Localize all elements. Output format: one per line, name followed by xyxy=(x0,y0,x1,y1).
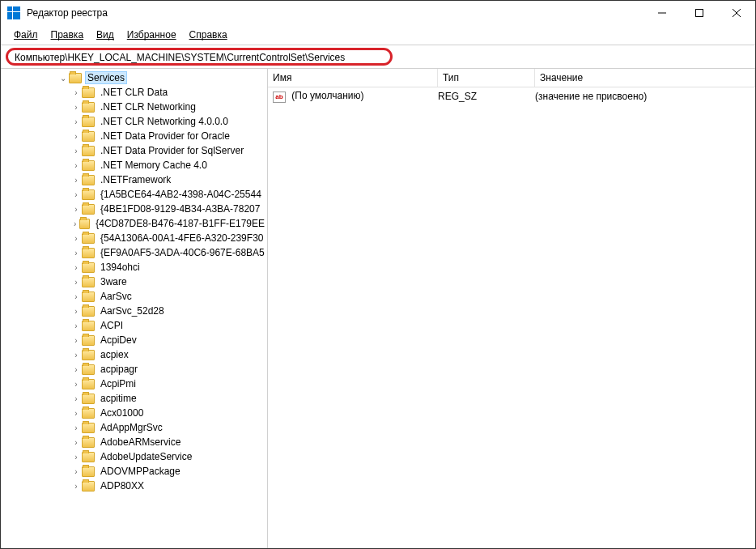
chevron-right-icon[interactable]: › xyxy=(70,234,82,243)
column-name[interactable]: Имя xyxy=(268,69,438,87)
column-type[interactable]: Тип xyxy=(438,69,535,87)
tree-label: AdobeARMservice xyxy=(98,436,183,448)
tree-label: AdAppMgrSvc xyxy=(98,422,165,433)
tree-pane[interactable]: ⌄ Services ›.NET CLR Data›.NET CLR Netwo… xyxy=(1,69,268,549)
folder-icon xyxy=(82,394,95,404)
menu-file[interactable]: Файл xyxy=(7,27,45,43)
tree-node[interactable]: ›acpipagr xyxy=(1,362,267,377)
tree-node[interactable]: ›{4CD87DE8-B476-4187-B1FF-E179EE xyxy=(1,216,267,231)
window-controls xyxy=(643,1,755,25)
tree-node[interactable]: ›{1A5BCE64-4AB2-4398-A04C-25544 xyxy=(1,187,267,202)
tree-node[interactable]: ›{4BE1FD08-9129-4B34-A3BA-78207 xyxy=(1,202,267,216)
tree-node[interactable]: ›acpitime xyxy=(1,391,267,406)
chevron-right-icon[interactable]: › xyxy=(70,190,82,199)
chevron-right-icon[interactable]: › xyxy=(70,292,82,301)
chevron-right-icon[interactable]: › xyxy=(70,205,82,214)
window-title: Редактор реестра xyxy=(27,7,643,19)
chevron-right-icon[interactable]: › xyxy=(70,219,79,228)
close-button[interactable] xyxy=(718,1,755,25)
folder-icon xyxy=(82,423,95,433)
tree-label: .NET CLR Data xyxy=(98,87,170,98)
folder-icon xyxy=(82,131,95,142)
menu-help[interactable]: Справка xyxy=(183,27,234,43)
menu-view[interactable]: Вид xyxy=(90,27,121,43)
folder-icon xyxy=(82,408,95,419)
chevron-right-icon[interactable]: › xyxy=(70,365,82,374)
tree-node[interactable]: ›acpiex xyxy=(1,347,267,362)
folder-icon xyxy=(82,87,95,98)
chevron-right-icon[interactable]: › xyxy=(70,409,82,418)
tree-node[interactable]: ›ADP80XX xyxy=(1,479,267,493)
tree-node[interactable]: ›.NETFramework xyxy=(1,172,267,187)
chevron-right-icon[interactable]: › xyxy=(70,336,82,345)
folder-icon xyxy=(82,306,95,317)
chevron-right-icon[interactable]: › xyxy=(70,88,82,97)
address-input[interactable]: Компьютер\HKEY_LOCAL_MACHINE\SYSTEM\Curr… xyxy=(6,48,393,66)
tree-node[interactable]: ›{54A1306A-00A1-4FE6-A320-239F30 xyxy=(1,231,267,245)
chevron-right-icon[interactable]: › xyxy=(70,380,82,389)
chevron-right-icon[interactable]: › xyxy=(70,438,82,447)
tree-label: .NET CLR Networking xyxy=(98,101,198,113)
tree-node[interactable]: ›{EF9A0AF5-3ADA-40C6-967E-68BA5 xyxy=(1,245,267,260)
tree-node[interactable]: ›ACPI xyxy=(1,318,267,333)
tree-label: {1A5BCE64-4AB2-4398-A04C-25544 xyxy=(98,189,264,200)
tree-label: {54A1306A-00A1-4FE6-A320-239F30 xyxy=(98,232,265,244)
menu-favorites[interactable]: Избранное xyxy=(121,27,183,43)
chevron-right-icon[interactable]: › xyxy=(70,103,82,112)
tree-node[interactable]: ›1394ohci xyxy=(1,260,267,274)
folder-icon xyxy=(82,204,95,215)
chevron-right-icon[interactable]: › xyxy=(70,263,82,272)
tree-node[interactable]: ›AdAppMgrSvc xyxy=(1,420,267,435)
tree-node[interactable]: ›.NET Data Provider for Oracle xyxy=(1,129,267,143)
tree-label: {4BE1FD08-9129-4B34-A3BA-78207 xyxy=(98,203,262,215)
minimize-button[interactable] xyxy=(643,1,681,25)
chevron-right-icon[interactable]: › xyxy=(70,161,82,170)
tree-node[interactable]: ›.NET Data Provider for SqlServer xyxy=(1,143,267,158)
tree-label: acpitime xyxy=(98,393,139,404)
tree-node-services[interactable]: ⌄ Services xyxy=(1,70,267,85)
menu-edit[interactable]: Правка xyxy=(45,27,91,43)
tree-node[interactable]: ›.NET CLR Data xyxy=(1,85,267,100)
tree-node[interactable]: ›AcpiPmi xyxy=(1,377,267,391)
chevron-right-icon[interactable]: › xyxy=(70,307,82,316)
chevron-right-icon[interactable]: › xyxy=(70,321,82,330)
chevron-right-icon[interactable]: › xyxy=(70,147,82,155)
chevron-down-icon[interactable]: ⌄ xyxy=(57,74,69,83)
tree-label: .NETFramework xyxy=(98,174,173,185)
tree-label: ADOVMPPackage xyxy=(98,466,183,477)
tree-node[interactable]: ›.NET CLR Networking xyxy=(1,100,267,114)
folder-icon xyxy=(82,233,95,244)
tree-node[interactable]: ›Acx01000 xyxy=(1,406,267,420)
tree-node[interactable]: ›AarSvc_52d28 xyxy=(1,304,267,318)
chevron-right-icon[interactable]: › xyxy=(70,467,82,476)
chevron-right-icon[interactable]: › xyxy=(70,482,82,491)
chevron-right-icon[interactable]: › xyxy=(70,278,82,287)
folder-icon xyxy=(82,277,95,287)
details-pane: Имя Тип Значение ab (По умолчанию) REG_S… xyxy=(268,69,755,549)
folder-icon xyxy=(82,379,95,389)
tree-label: .NET Memory Cache 4.0 xyxy=(98,160,210,171)
tree-node[interactable]: ›.NET CLR Networking 4.0.0.0 xyxy=(1,114,267,129)
value-name: (По умолчанию) xyxy=(291,90,363,101)
value-row[interactable]: ab (По умолчанию) REG_SZ (значение не пр… xyxy=(268,87,755,105)
chevron-right-icon[interactable]: › xyxy=(70,132,82,141)
chevron-right-icon[interactable]: › xyxy=(70,249,82,257)
folder-icon xyxy=(82,248,95,258)
chevron-right-icon[interactable]: › xyxy=(70,351,82,360)
tree-node[interactable]: ›ADOVMPPackage xyxy=(1,464,267,479)
tree-node[interactable]: ›.NET Memory Cache 4.0 xyxy=(1,158,267,172)
column-value[interactable]: Значение xyxy=(535,69,755,87)
maximize-button[interactable] xyxy=(681,1,718,25)
tree-node[interactable]: ›AarSvc xyxy=(1,289,267,304)
cell-value: (значение не присвоено) xyxy=(535,91,750,102)
tree-node[interactable]: ›AcpiDev xyxy=(1,333,267,347)
tree-node[interactable]: ›AdobeUpdateService xyxy=(1,449,267,464)
menubar: Файл Правка Вид Избранное Справка xyxy=(1,25,755,45)
chevron-right-icon[interactable]: › xyxy=(70,394,82,403)
tree-node[interactable]: ›3ware xyxy=(1,274,267,289)
chevron-right-icon[interactable]: › xyxy=(70,176,82,185)
chevron-right-icon[interactable]: › xyxy=(70,117,82,126)
chevron-right-icon[interactable]: › xyxy=(70,453,82,462)
tree-node[interactable]: ›AdobeARMservice xyxy=(1,435,267,449)
chevron-right-icon[interactable]: › xyxy=(70,423,82,432)
